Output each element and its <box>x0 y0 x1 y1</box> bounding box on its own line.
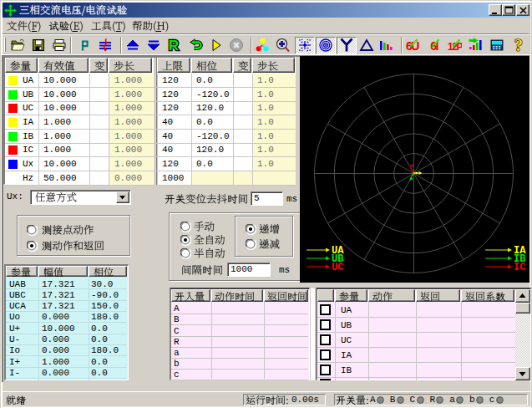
svg-text:R: R <box>169 38 179 53</box>
svg-text:12P: 12P <box>448 41 462 53</box>
svg-text:6U: 6U <box>406 39 419 53</box>
svg-text:IC: IC <box>514 262 525 273</box>
svg-text:UC: UC <box>332 262 343 273</box>
svg-text:?: ? <box>514 38 523 53</box>
